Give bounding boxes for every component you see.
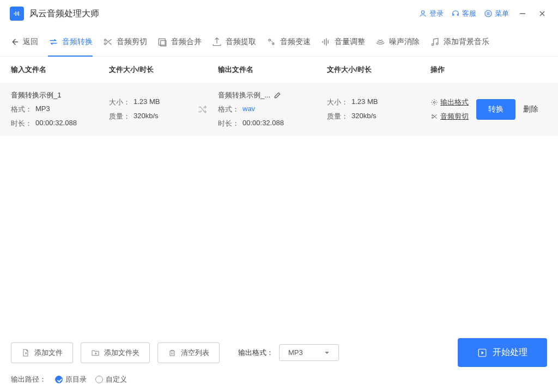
tab-bgm[interactable]: 添加背景音乐 xyxy=(429,27,489,56)
menu-link[interactable]: 菜单 xyxy=(484,9,509,19)
input-size: 1.23 MB xyxy=(134,97,160,107)
row-output-format-link[interactable]: 输出格式 xyxy=(430,97,469,107)
row-convert-button[interactable]: 转换 xyxy=(476,99,515,120)
tab-cut[interactable]: 音频剪切 xyxy=(102,27,147,56)
tab-denoise[interactable]: 噪声消除 xyxy=(375,27,420,56)
row-delete-button[interactable]: 删除 xyxy=(523,105,538,114)
output-format-link[interactable]: wav xyxy=(242,105,255,114)
trash-icon xyxy=(168,348,177,357)
denoise-icon xyxy=(375,36,386,47)
speed-icon xyxy=(266,36,277,47)
add-folder-button[interactable]: 添加文件夹 xyxy=(81,342,150,363)
extract-icon xyxy=(211,36,222,47)
menu-icon xyxy=(484,9,493,18)
output-format-select[interactable]: MP3 xyxy=(279,344,339,361)
radio-checked-icon xyxy=(55,376,63,383)
output-quality: 320kb/s xyxy=(351,112,377,121)
back-button[interactable]: 返回 xyxy=(10,27,38,56)
scissors-icon xyxy=(102,36,113,47)
arrow-left-icon xyxy=(10,37,20,47)
user-icon xyxy=(418,9,427,18)
close-button[interactable] xyxy=(536,8,548,20)
col-actions: 操作 xyxy=(430,65,547,75)
minimize-button[interactable] xyxy=(517,8,529,20)
play-icon xyxy=(477,348,487,358)
merge-icon xyxy=(157,36,168,47)
convert-icon xyxy=(48,36,59,47)
clear-list-button[interactable]: 清空列表 xyxy=(157,342,220,363)
tab-convert[interactable]: 音频转换 xyxy=(48,27,93,56)
tab-volume[interactable]: 音量调整 xyxy=(320,27,365,56)
volume-icon xyxy=(320,36,331,47)
svg-point-3 xyxy=(269,39,270,41)
file-add-icon xyxy=(21,348,30,357)
col-output-size: 文件大小/时长 xyxy=(327,65,430,75)
input-filename: 音频转换示例_1 xyxy=(11,90,109,100)
tab-speed[interactable]: 音频变速 xyxy=(266,27,311,56)
col-input-name: 输入文件名 xyxy=(11,65,109,75)
chevron-down-icon xyxy=(324,350,330,356)
output-path-label: 输出路径： xyxy=(11,375,46,384)
login-link[interactable]: 登录 xyxy=(418,9,444,19)
table-header: 输入文件名 文件大小/时长 输出文件名 文件大小/时长 操作 xyxy=(0,57,558,83)
folder-add-icon xyxy=(91,348,100,357)
app-logo xyxy=(10,7,24,21)
output-size: 1.23 MB xyxy=(351,97,378,107)
toolbar: 返回 音频转换 音频剪切 音频合并 音频提取 音频变速 音量调整 噪声消除 添加… xyxy=(0,27,558,57)
input-duration: 00:00:32.088 xyxy=(35,119,77,128)
radio-custom-dir[interactable]: 自定义 xyxy=(95,375,127,384)
titlebar: 风云音频处理大师 登录 客服 菜单 xyxy=(0,0,558,27)
footer: 添加文件 添加文件夹 清空列表 输出格式： MP3 开始处理 输出路径： 原目录 xyxy=(0,329,558,392)
output-format-label: 输出格式： xyxy=(238,348,274,358)
start-process-button[interactable]: 开始处理 xyxy=(458,338,547,367)
input-quality: 320kb/s xyxy=(134,112,159,121)
headset-icon xyxy=(451,9,460,18)
app-title: 风云音频处理大师 xyxy=(29,8,99,20)
scissors-small-icon xyxy=(430,113,438,120)
edit-icon[interactable] xyxy=(274,91,281,99)
output-filename: 音频转换示例_... xyxy=(218,90,270,100)
tab-extract[interactable]: 音频提取 xyxy=(211,27,256,56)
waveform-icon xyxy=(13,9,21,18)
tab-merge[interactable]: 音频合并 xyxy=(157,27,202,56)
svg-point-5 xyxy=(433,101,435,103)
shuffle-icon xyxy=(197,103,208,115)
col-output-name: 输出文件名 xyxy=(218,65,327,75)
col-input-size: 文件大小/时长 xyxy=(109,65,218,75)
add-file-button[interactable]: 添加文件 xyxy=(11,342,73,363)
row-cut-link[interactable]: 音频剪切 xyxy=(430,112,469,121)
svg-rect-1 xyxy=(159,39,165,45)
radio-original-dir[interactable]: 原目录 xyxy=(55,375,87,384)
input-format: MP3 xyxy=(35,105,50,114)
output-duration: 00:00:32.088 xyxy=(242,119,284,128)
support-link[interactable]: 客服 xyxy=(451,9,476,19)
table-row: 音频转换示例_1 格式：MP3 时长：00:00:32.088 大小：1.23 … xyxy=(0,83,558,136)
music-icon xyxy=(429,36,440,47)
list-area: 音频转换示例_1 格式：MP3 时长：00:00:32.088 大小：1.23 … xyxy=(0,83,558,329)
gear-icon xyxy=(430,99,438,106)
radio-unchecked-icon xyxy=(95,376,103,383)
